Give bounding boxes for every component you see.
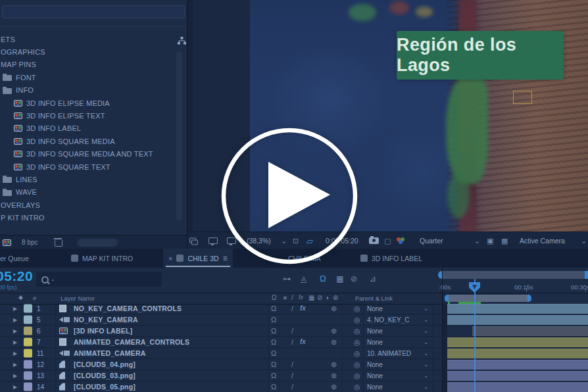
shy-toggle-icon[interactable]: Ω — [271, 316, 276, 324]
composition-flowchart-icon[interactable]: ⊶ — [283, 274, 291, 283]
expand-arrow-icon[interactable]: ▶ — [13, 384, 17, 390]
frame-blend-column-icon[interactable]: ▦ — [308, 295, 314, 301]
project-item[interactable]: MAP PINS — [0, 59, 175, 71]
project-item[interactable]: 3D INFO SQUARE MEDIA — [0, 135, 175, 147]
monitor-icon[interactable] — [208, 237, 218, 244]
quality-column-icon[interactable]: / — [291, 295, 293, 301]
chevron-down-icon[interactable]: ⌄ — [424, 339, 429, 345]
project-item[interactable]: LINES — [0, 173, 175, 185]
chevron-down-icon[interactable]: ⌄ — [424, 350, 429, 356]
project-item[interactable]: OVERLAYS — [0, 199, 175, 211]
panel-tab[interactable]: MAP KIT INTRO — [66, 249, 138, 268]
chevron-down-icon[interactable]: ⌄ — [424, 316, 429, 323]
project-item[interactable]: FONT — [0, 71, 175, 84]
flowchart-icon[interactable] — [178, 37, 186, 45]
shy-toggle-icon[interactable]: Ω — [271, 350, 276, 357]
panel-tab[interactable]: er Queue — [0, 249, 34, 268]
layer-name[interactable]: [CLOUDS_03.png] — [74, 372, 135, 380]
parent-select[interactable]: 4. NO_KEY_C — [367, 316, 409, 324]
quality-toggle-icon[interactable]: / — [291, 339, 293, 346]
threed-toggle-icon[interactable]: ⊛ — [331, 361, 337, 368]
camera-view-select[interactable]: Active Camera — [520, 237, 565, 245]
chevron-down-icon[interactable]: ⌄ — [424, 361, 429, 368]
layer-row[interactable]: ▶ 7 ANIMATED_CAMERA_CONTROLS Ω / fx ⊛ ◎ … — [0, 337, 588, 348]
index-column-label[interactable]: # — [33, 295, 36, 302]
layer-label-swatch[interactable] — [24, 360, 32, 369]
resolution-select[interactable]: Quarter — [420, 237, 443, 245]
project-scrollbar[interactable] — [176, 51, 182, 221]
chevron-down-icon[interactable]: ⌄ — [581, 237, 587, 244]
parent-column-label[interactable]: Parent & Link — [355, 295, 393, 302]
trash-icon[interactable] — [55, 240, 62, 247]
layer-row[interactable]: ▶ 13 [CLOUDS_03.png] Ω / ⊛ ◎ None ⌄ — [0, 370, 588, 381]
quality-toggle-icon[interactable]: / — [291, 305, 293, 312]
layer-duration-bar[interactable] — [447, 360, 588, 370]
pick-whip-icon[interactable]: ◎ — [354, 339, 360, 346]
project-item[interactable]: 3D INFO LABEL — [0, 122, 175, 135]
close-icon[interactable]: × — [168, 255, 172, 262]
current-timecode[interactable]: 05:20 — [0, 268, 33, 284]
adjustment-column-icon[interactable]: ◑ — [325, 295, 329, 301]
parent-select[interactable]: 10. ANIMATED — [367, 350, 411, 357]
panel-tab[interactable]: 3D INFO LABEL — [355, 249, 428, 268]
threed-toggle-icon[interactable]: ⊛ — [331, 372, 337, 380]
parent-select[interactable]: None — [367, 383, 383, 391]
frame-blending-icon[interactable]: ▦ — [336, 274, 343, 283]
layer-label-swatch[interactable] — [24, 316, 32, 324]
effects-column-icon[interactable]: fx — [299, 295, 303, 301]
layer-name-column-label[interactable]: Layer Name — [61, 295, 95, 302]
layer-name[interactable]: [CLOUDS_05.png] — [74, 383, 135, 391]
layer-row[interactable]: ▶ 11 ANIMATED_CAMERA Ω ◎ 10. ANIMATED ⌄ — [0, 348, 588, 359]
quality-toggle-icon[interactable]: / — [291, 328, 293, 335]
layer-duration-bar[interactable] — [447, 315, 588, 325]
layer-name[interactable]: [CLOUDS_04.png] — [74, 360, 135, 368]
layer-label-swatch[interactable] — [24, 372, 32, 380]
layer-row[interactable]: ▶ 12 [CLOUDS_04.png] Ω / ⊛ ◎ None ⌄ — [0, 359, 588, 370]
expand-arrow-icon[interactable]: ▶ — [13, 328, 17, 334]
quality-toggle-icon[interactable]: / — [291, 361, 293, 368]
pick-whip-icon[interactable]: ◎ — [354, 305, 360, 312]
grid-guides-icon[interactable]: ▦ — [501, 237, 508, 244]
expand-arrow-icon[interactable]: ▶ — [13, 317, 17, 323]
threed-toggle-icon[interactable]: ⊛ — [331, 383, 337, 391]
layer-duration-bar[interactable] — [447, 382, 588, 392]
project-item[interactable]: 3D INFO SQUARE MEDIA AND TEXT — [0, 148, 175, 160]
hide-shy-layers-icon[interactable]: Ω — [320, 274, 326, 283]
pick-whip-icon[interactable]: ◎ — [354, 350, 360, 357]
shy-toggle-icon[interactable]: Ω — [271, 339, 276, 346]
expand-arrow-icon[interactable]: ▶ — [13, 362, 17, 368]
chevron-down-icon[interactable]: ⌄ — [424, 305, 429, 312]
shy-toggle-icon[interactable]: Ω — [271, 361, 276, 368]
threed-column-icon[interactable]: ⊛ — [333, 295, 338, 301]
snapshot-camera-icon[interactable] — [369, 237, 379, 244]
threed-toggle-icon[interactable]: ⊛ — [331, 328, 337, 335]
effects-toggle-icon[interactable]: fx — [300, 339, 306, 345]
pick-whip-icon[interactable]: ◎ — [354, 361, 360, 368]
project-item[interactable]: ETS — [0, 33, 175, 45]
layer-row[interactable]: ▶ 14 [CLOUDS_05.png] Ω / ⊛ ◎ None ⌄ — [0, 381, 588, 392]
layer-row[interactable]: ▶ 5 NO_KEY_CAMERA Ω ◎ 4. NO_KEY_C ⌄ — [0, 314, 588, 326]
quality-toggle-icon[interactable]: / — [291, 372, 293, 380]
motion-blur-icon[interactable]: ⊘ — [351, 274, 357, 283]
chevron-down-icon[interactable]: ⌄ — [424, 328, 429, 334]
parent-select[interactable]: None — [367, 339, 383, 346]
expand-arrow-icon[interactable]: ▶ — [13, 351, 17, 356]
parent-select[interactable]: None — [367, 372, 383, 380]
work-area-bar[interactable] — [445, 295, 531, 302]
time-navigator[interactable] — [438, 271, 588, 279]
project-item[interactable]: WAVE — [0, 186, 175, 199]
playhead-handle[interactable] — [469, 282, 480, 293]
chevron-down-icon[interactable]: ⌄ — [424, 372, 429, 379]
motion-blur-column-icon[interactable]: ⊘ — [317, 295, 322, 301]
pick-whip-icon[interactable]: ◎ — [354, 372, 360, 380]
layer-duration-bar[interactable] — [447, 371, 588, 381]
graph-editor-icon[interactable]: ⊿ — [370, 274, 376, 283]
interpret-footage-icon[interactable] — [3, 239, 11, 246]
shy-toggle-icon[interactable]: Ω — [271, 305, 276, 312]
collapse-column-icon[interactable]: ∗ — [282, 295, 287, 301]
label-column-icon[interactable]: ◆ — [18, 295, 23, 301]
layer-row[interactable]: ▶ 1 NO_KEY_CAMERA_CONTROLS Ω / fx ⊛ ◎ No… — [0, 303, 588, 314]
layer-label-swatch[interactable] — [24, 349, 32, 358]
layer-name[interactable]: NO_KEY_CAMERA — [74, 316, 138, 324]
project-item[interactable]: INFO — [0, 84, 175, 97]
